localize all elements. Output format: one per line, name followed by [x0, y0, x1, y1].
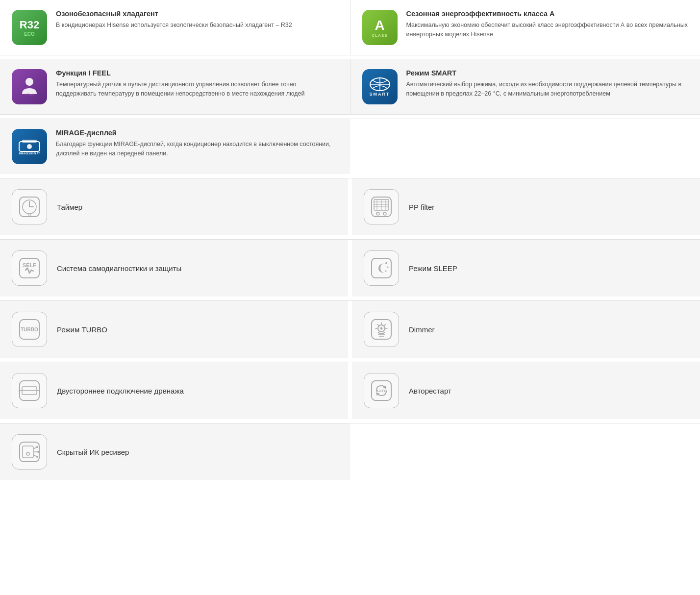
svg-point-23	[383, 212, 386, 215]
sleep-svg	[370, 256, 393, 280]
svg-point-60	[36, 456, 38, 458]
self-svg: SELF	[18, 256, 41, 280]
autorestart-svg: AUTO	[370, 379, 393, 402]
ifeel-description: Температурный датчик в пульте дистанцион…	[56, 80, 338, 99]
feature-smart: SMART Режим SMART Автоматический выбор р…	[350, 59, 700, 114]
feature-ir: Скрытый ИК ресивер	[0, 423, 350, 480]
ir-label: Скрытый ИК ресивер	[57, 448, 129, 456]
sep3	[0, 174, 700, 178]
top-section: R32 ECO Озонобезопасный хладагент В конд…	[0, 0, 700, 55]
svg-point-33	[385, 271, 387, 272]
self-diag-icon: SELF	[12, 250, 47, 286]
dimmer-icon	[364, 312, 399, 347]
turbo-svg: TURBO	[18, 318, 41, 341]
feature-timer: 24 Таймер	[0, 178, 348, 235]
pp-filter-label: PP filter	[409, 203, 434, 211]
col-divider-4	[348, 362, 352, 419]
r32-icon: R32 ECO	[12, 10, 47, 45]
svg-text:24: 24	[27, 214, 31, 217]
svg-point-59	[37, 451, 39, 453]
dimmer-label: Dimmer	[409, 325, 435, 334]
col-divider-2	[348, 240, 352, 297]
sep5	[0, 297, 700, 300]
feature-drain: Двустороннее подключение дренажа	[0, 362, 348, 419]
class-a-text: Сезонная энергоэффективность класса А Ма…	[406, 10, 689, 39]
ifeel-text: Функция I FEEL Температурный датчик в пу…	[56, 69, 338, 99]
svg-point-31	[385, 262, 387, 264]
sep7	[0, 419, 700, 423]
timer-svg: 24	[18, 195, 41, 219]
svg-rect-30	[372, 258, 391, 278]
sep2	[0, 115, 700, 119]
pp-filter-svg	[370, 195, 393, 219]
sleep-label: Режим SLEEP	[409, 264, 457, 273]
grid-row-2: SELF Система самодиагностики и защиты	[0, 239, 700, 297]
autorestart-icon: AUTO	[364, 373, 399, 408]
col-divider-1	[348, 178, 352, 235]
turbo-icon: TURBO	[12, 312, 47, 347]
smart-text: Режим SMART Автоматический выбор режима,…	[406, 69, 689, 99]
svg-line-29	[31, 270, 33, 271]
svg-text:SELF: SELF	[23, 262, 36, 268]
class-a-title: Сезонная энергоэффективность класса А	[406, 10, 689, 18]
autorestart-label: Авторестарт	[409, 387, 451, 395]
middle-section: I Feel Функция I FEEL Температурный датч…	[0, 59, 700, 115]
ifeel-title: Функция I FEEL	[56, 69, 338, 77]
drain-label: Двустороннее подключение дренажа	[57, 387, 184, 395]
r32-text: Озонобезопасный хладагент В кондиционера…	[56, 10, 292, 30]
sep4	[0, 235, 700, 239]
svg-point-38	[380, 327, 383, 330]
svg-point-32	[387, 267, 389, 268]
svg-point-58	[36, 446, 38, 448]
r32-title: Озонобезопасный хладагент	[56, 10, 292, 18]
pp-filter-icon	[364, 189, 399, 224]
feature-class-a: A CLASS Сезонная энергоэффективность кла…	[350, 0, 700, 55]
ir-empty	[350, 423, 700, 480]
feature-self-diag: SELF Система самодиагностики и защиты	[0, 240, 348, 297]
class-a-icon: A CLASS	[362, 10, 398, 45]
smart-svg	[369, 77, 391, 92]
svg-point-22	[376, 212, 379, 215]
mirage-text: MIRAGE-дисплей Благодаря функции MIRAGE-…	[56, 129, 338, 158]
grid-row-4: Двустороннее подключение дренажа AUTO Ав…	[0, 362, 700, 419]
dimmer-svg	[370, 318, 393, 341]
svg-text:MIRAGE DISPLAY: MIRAGE DISPLAY	[19, 152, 40, 155]
svg-rect-6	[22, 140, 37, 143]
turbo-label: Режим TURBO	[57, 325, 107, 334]
smart-description: Автоматический выбор режима, исходя из н…	[406, 80, 689, 99]
ifeel-svg: I Feel	[17, 74, 42, 99]
bottom-section: Скрытый ИК ресивер	[0, 423, 700, 480]
svg-rect-53	[23, 446, 33, 458]
smart-icon: SMART	[362, 69, 398, 104]
feature-autorestart: AUTO Авторестарт	[352, 362, 700, 419]
svg-text:TURBO: TURBO	[21, 327, 38, 332]
svg-text:AUTO: AUTO	[376, 389, 387, 393]
svg-point-54	[26, 452, 29, 455]
svg-rect-24	[20, 258, 39, 278]
grid-row-1: 24 Таймер PP fi	[0, 178, 700, 235]
grid-row-3: TURBO Режим TURBO	[0, 300, 700, 358]
timer-label: Таймер	[57, 203, 82, 211]
drain-icon	[12, 373, 47, 408]
feature-turbo: TURBO Режим TURBO	[0, 301, 348, 358]
class-a-description: Максимальную экономию обеспечит высокий …	[406, 21, 689, 39]
svg-point-7	[27, 144, 32, 149]
feature-ifeel: I Feel Функция I FEEL Температурный датч…	[0, 59, 350, 114]
drain-svg	[18, 379, 41, 402]
feature-mirage: MIRAGE DISPLAY MIRAGE-дисплей Благодаря …	[0, 119, 350, 174]
smart-title: Режим SMART	[406, 69, 689, 77]
mirage-section: MIRAGE DISPLAY MIRAGE-дисплей Благодаря …	[0, 119, 700, 174]
timer-icon: 24	[12, 189, 47, 224]
feature-dimmer: Dimmer	[352, 301, 700, 358]
self-diag-label: Система самодиагностики и защиты	[57, 264, 181, 273]
feature-pp-filter: PP filter	[352, 178, 700, 235]
feature-sleep: Режим SLEEP	[352, 240, 700, 297]
sep1	[0, 55, 700, 59]
mirage-description: Благодаря функции MIRAGE-дисплей, когда …	[56, 140, 338, 158]
ir-icon	[12, 434, 47, 470]
mirage-svg: MIRAGE DISPLAY	[18, 138, 41, 155]
svg-point-0	[25, 78, 33, 86]
mirage-icon: MIRAGE DISPLAY	[12, 129, 47, 164]
r32-description: В кондиционерах Hisense используется эко…	[56, 21, 292, 30]
mirage-empty	[350, 119, 700, 174]
